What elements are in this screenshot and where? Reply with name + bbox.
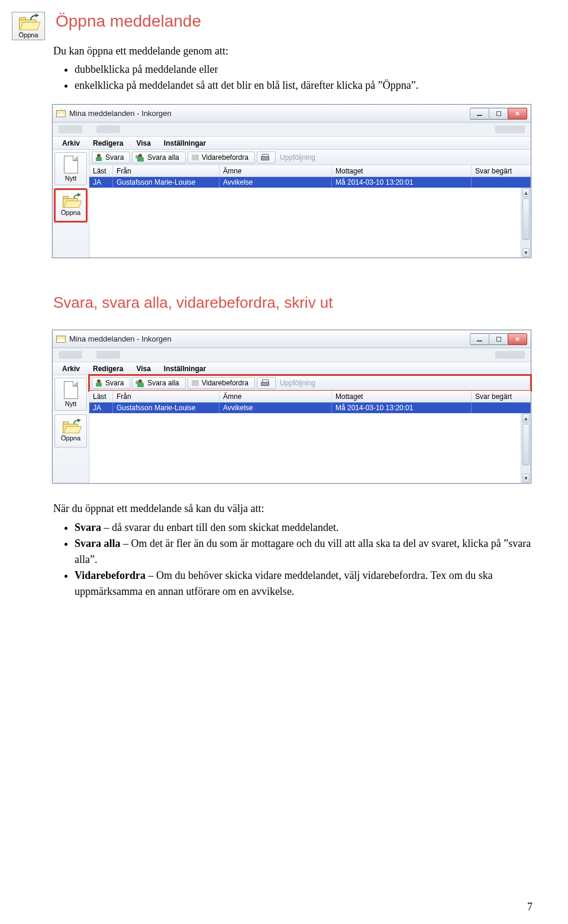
- new-doc-icon: [64, 381, 78, 399]
- cell-amne: Avvikelse: [220, 177, 332, 188]
- scroll-down-icon[interactable]: ▼: [522, 474, 530, 482]
- print-button[interactable]: [257, 152, 276, 163]
- print-icon: [261, 379, 269, 387]
- after-bullets: Svara – då svarar du enbart till den som…: [75, 520, 532, 600]
- open-folder-icon: [62, 420, 80, 433]
- col-svar[interactable]: Svar begärt: [472, 165, 531, 176]
- maximize-button[interactable]: [489, 333, 508, 345]
- close-button[interactable]: ×: [508, 108, 527, 120]
- menu-arkiv[interactable]: Arkiv: [56, 363, 86, 374]
- person-icon: [96, 379, 102, 386]
- section-title-svara: Svara, svara alla, vidarebefordra, skriv…: [53, 294, 532, 312]
- col-svar[interactable]: Svar begärt: [472, 391, 531, 402]
- nytt-button[interactable]: Nytt: [54, 378, 87, 411]
- menu-installningar[interactable]: Inställningar: [158, 363, 212, 374]
- message-row-selected[interactable]: JA Gustafsson Marie-Louise Avvikelse Må …: [89, 177, 531, 188]
- intro-bullet: enkelklicka på meddelandet så att det bl…: [75, 78, 532, 94]
- app-window-1: Mina meddelanden - Inkorgen × Arkiv Redi…: [52, 104, 531, 258]
- oppna-button-highlighted[interactable]: Öppna: [54, 189, 87, 222]
- forward-icon: [192, 380, 199, 386]
- minimize-button[interactable]: [470, 333, 489, 345]
- vertical-scrollbar[interactable]: ▲ ▼: [521, 413, 531, 483]
- cell-fran: Gustafsson Marie-Louise: [113, 403, 220, 413]
- window-title: Mina meddelanden - Inkorgen: [69, 109, 172, 118]
- left-sidebar: Nytt Öppna: [53, 150, 89, 257]
- svara-button[interactable]: Svara: [92, 377, 130, 389]
- grid-body-empty: ▲ ▼: [89, 413, 531, 483]
- menu-redigera[interactable]: Redigera: [87, 138, 129, 149]
- oppna-button[interactable]: Öppna: [54, 414, 87, 447]
- col-mottaget[interactable]: Mottaget: [332, 165, 472, 176]
- titlebar: Mina meddelanden - Inkorgen ×: [53, 330, 531, 348]
- svara-alla-button[interactable]: Svara alla: [132, 377, 185, 389]
- message-row-selected[interactable]: JA Gustafsson Marie-Louise Avvikelse Må …: [89, 403, 531, 413]
- cell-mottaget: Må 2014-03-10 13:20:01: [332, 177, 472, 188]
- bullet-bold: Svara alla: [75, 537, 121, 549]
- scroll-up-icon[interactable]: ▲: [522, 188, 530, 197]
- menu-visa[interactable]: Visa: [130, 138, 156, 149]
- menu-installningar[interactable]: Inställningar: [158, 138, 212, 149]
- after-bullet: Svara alla – Om det är fler än du som är…: [75, 536, 532, 568]
- col-mottaget[interactable]: Mottaget: [332, 391, 472, 402]
- person-icon: [96, 154, 102, 160]
- vidare-label: Vidarebefordra: [202, 153, 248, 162]
- vidarebefordra-button[interactable]: Vidarebefordra: [188, 152, 255, 163]
- vidarebefordra-button[interactable]: Vidarebefordra: [188, 377, 255, 389]
- grid-body-empty: ▲ ▼: [89, 188, 531, 257]
- nytt-button[interactable]: Nytt: [54, 152, 87, 185]
- oppna-label: Öppna: [61, 434, 80, 442]
- col-last[interactable]: Läst: [89, 391, 113, 402]
- col-amne[interactable]: Ämne: [220, 165, 332, 176]
- menubar: Arkiv Redigera Visa Inställningar: [53, 362, 531, 375]
- scroll-up-icon[interactable]: ▲: [522, 414, 530, 423]
- scroll-thumb[interactable]: [522, 198, 530, 240]
- forward-icon: [192, 154, 199, 160]
- print-icon: [261, 154, 269, 161]
- svara-alla-label: Svara alla: [147, 153, 179, 162]
- svara-button[interactable]: Svara: [92, 152, 130, 163]
- cell-svar: [472, 177, 531, 188]
- grid-header: Läst Från Ämne Mottaget Svar begärt: [89, 165, 531, 177]
- menu-arkiv[interactable]: Arkiv: [56, 138, 86, 149]
- intro-lead: Du kan öppna ett meddelande genom att:: [53, 44, 532, 58]
- col-fran[interactable]: Från: [113, 391, 220, 402]
- vertical-scrollbar[interactable]: ▲ ▼: [521, 188, 531, 257]
- cell-fran: Gustafsson Marie-Louise: [113, 177, 220, 188]
- open-folder-icon: [18, 15, 39, 30]
- open-button-large: Öppna: [12, 12, 45, 40]
- uppfoljning-disabled: Uppföljning: [280, 153, 315, 162]
- scroll-down-icon[interactable]: ▼: [522, 248, 530, 257]
- titlebar: Mina meddelanden - Inkorgen ×: [53, 105, 531, 123]
- after-bullet: Svara – då svarar du enbart till den som…: [75, 520, 532, 536]
- persons-icon: [136, 379, 144, 387]
- ribbon-blur: [53, 348, 531, 362]
- intro-bullets: dubbelklicka på meddelande eller enkelkl…: [75, 62, 532, 94]
- menubar: Arkiv Redigera Visa Inställningar: [53, 137, 531, 150]
- nytt-label: Nytt: [65, 175, 77, 182]
- page-number: 7: [527, 901, 532, 913]
- col-amne[interactable]: Ämne: [220, 391, 332, 402]
- maximize-button[interactable]: [489, 108, 508, 120]
- svara-alla-button[interactable]: Svara alla: [132, 152, 185, 163]
- persons-icon: [136, 154, 144, 161]
- ribbon-blur: [53, 123, 531, 137]
- menu-redigera[interactable]: Redigera: [87, 363, 129, 374]
- cell-svar: [472, 403, 531, 413]
- scroll-thumb[interactable]: [522, 424, 530, 465]
- close-button[interactable]: ×: [508, 333, 527, 345]
- col-fran[interactable]: Från: [113, 165, 220, 176]
- open-folder-icon: [62, 195, 80, 208]
- menu-visa[interactable]: Visa: [130, 363, 156, 374]
- grid-header: Läst Från Ämne Mottaget Svar begärt: [89, 391, 531, 403]
- print-button[interactable]: [257, 377, 276, 389]
- col-last[interactable]: Läst: [89, 165, 113, 176]
- cell-amne: Avvikelse: [220, 403, 332, 413]
- nytt-label: Nytt: [65, 400, 77, 407]
- envelope-icon: [56, 110, 66, 117]
- message-toolbar: Svara Svara alla Vidarebefordra Uppföljn…: [89, 150, 531, 165]
- bullet-bold: Vidarebefordra: [75, 569, 146, 581]
- after-bullet: Vidarebefordra – Om du behöver skicka vi…: [75, 568, 532, 600]
- after-lead: När du öppnat ett meddelande så kan du v…: [53, 501, 532, 516]
- minimize-button[interactable]: [470, 108, 489, 120]
- svara-label: Svara: [105, 153, 124, 162]
